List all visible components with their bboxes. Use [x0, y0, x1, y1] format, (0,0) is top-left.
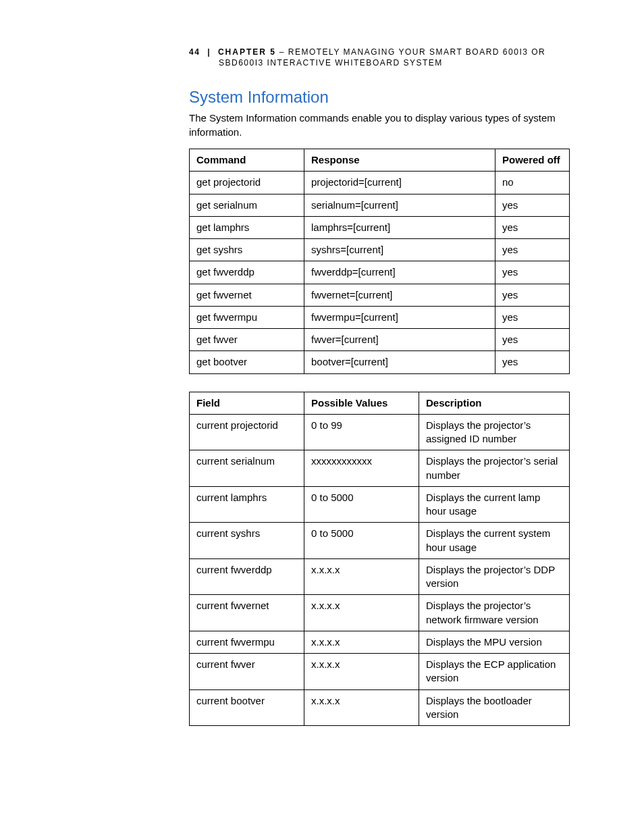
table-cell: 0 to 5000 — [304, 486, 419, 523]
table-cell: current bootver — [190, 689, 304, 726]
table-cell: Displays the current lamp hour usage — [419, 486, 570, 523]
fields-table: Field Possible Values Description curren… — [189, 392, 570, 727]
page-content: 44 | CHAPTER 5 – REMOTELY MANAGING YOUR … — [0, 0, 644, 726]
table-cell: current fwvermpu — [190, 631, 304, 653]
table-cell: x.x.x.x — [304, 595, 419, 631]
table-cell: Displays the MPU version — [419, 631, 570, 653]
table-cell: current fwver — [190, 654, 304, 690]
table-cell: yes — [495, 329, 570, 351]
table-row: get lamphrslamphrs=[current]yes — [190, 216, 570, 238]
col-header-values: Possible Values — [304, 392, 419, 414]
col-header-field: Field — [190, 392, 304, 414]
section-title: System Information — [189, 88, 570, 107]
table-cell: get lamphrs — [190, 216, 304, 238]
table-cell: 0 to 99 — [304, 414, 419, 450]
commands-table: Command Response Powered off get project… — [189, 149, 570, 374]
header-separator: | — [207, 47, 211, 57]
table-cell: syshrs=[current] — [304, 239, 495, 261]
table-cell: Displays the ECP application version — [419, 654, 570, 690]
table-cell: yes — [495, 216, 570, 238]
table-cell: fwvermpu=[current] — [304, 306, 495, 328]
table-row: current bootverx.x.x.xDisplays the bootl… — [190, 689, 570, 726]
table-cell: yes — [495, 261, 570, 284]
table-cell: xxxxxxxxxxxx — [304, 450, 419, 487]
table-cell: projectorid=[current] — [304, 172, 495, 194]
table-cell: current fwvernet — [190, 595, 304, 631]
table-cell: current serialnum — [190, 450, 304, 487]
chapter-label: CHAPTER 5 — [218, 47, 276, 57]
page-number: 44 — [189, 47, 200, 57]
table-row: current lamphrs0 to 5000Displays the cur… — [190, 486, 570, 523]
table-cell: current lamphrs — [190, 486, 304, 523]
table-cell: bootver=[current] — [304, 351, 495, 373]
table-row: current projectorid0 to 99Displays the p… — [190, 414, 570, 450]
table-cell: Displays the projector’s network firmwar… — [419, 595, 570, 631]
table-cell: x.x.x.x — [304, 558, 419, 595]
table-header-row: Field Possible Values Description — [190, 392, 570, 414]
table-cell: Displays the current system hour usage — [419, 523, 570, 559]
col-header-poweredoff: Powered off — [495, 149, 570, 172]
col-header-response: Response — [304, 149, 495, 172]
table-cell: Displays the projector’s assigned ID num… — [419, 414, 570, 450]
table-cell: yes — [495, 284, 570, 306]
col-header-command: Command — [190, 149, 304, 172]
section-intro: The System Information commands enable y… — [189, 111, 570, 139]
table-row: get bootverbootver=[current]yes — [190, 351, 570, 373]
table-cell: get bootver — [190, 351, 304, 373]
table-cell: no — [495, 172, 570, 194]
table-cell: fwver=[current] — [304, 329, 495, 351]
table-row: get fwvermpufwvermpu=[current]yes — [190, 306, 570, 328]
table-row: get fwverddpfwverddp=[current]yes — [190, 261, 570, 284]
table-row: current serialnumxxxxxxxxxxxxDisplays th… — [190, 450, 570, 487]
table-cell: yes — [495, 306, 570, 328]
table-cell: get projectorid — [190, 172, 304, 194]
table-cell: yes — [495, 239, 570, 261]
table-cell: Displays the projector’s DDP version — [419, 558, 570, 595]
table-cell: get fwvermpu — [190, 306, 304, 328]
table-cell: current fwverddp — [190, 558, 304, 595]
table-cell: fwvernet=[current] — [304, 284, 495, 306]
table-cell: yes — [495, 351, 570, 373]
table-header-row: Command Response Powered off — [190, 149, 570, 172]
table-cell: x.x.x.x — [304, 689, 419, 726]
table-cell: 0 to 5000 — [304, 523, 419, 559]
table-cell: get fwvernet — [190, 284, 304, 306]
table-cell: x.x.x.x — [304, 654, 419, 690]
table-cell: serialnum=[current] — [304, 194, 495, 216]
table-cell: Displays the bootloader version — [419, 689, 570, 726]
table-row: current fwvermpux.x.x.xDisplays the MPU … — [190, 631, 570, 653]
table-cell: fwverddp=[current] — [304, 261, 495, 284]
col-header-description: Description — [419, 392, 570, 414]
table-row: current fwverddpx.x.x.xDisplays the proj… — [190, 558, 570, 595]
table-cell: get fwverddp — [190, 261, 304, 284]
table-cell: lamphrs=[current] — [304, 216, 495, 238]
table-row: get serialnumserialnum=[current]yes — [190, 194, 570, 216]
table-cell: yes — [495, 194, 570, 216]
running-header-line2: SBD600I3 INTERACTIVE WHITEBOARD SYSTEM — [219, 58, 570, 68]
table-cell: current projectorid — [190, 414, 304, 450]
table-row: get syshrssyshrs=[current]yes — [190, 239, 570, 261]
table-cell: current syshrs — [190, 523, 304, 559]
header-title-1: REMOTELY MANAGING YOUR SMART BOARD 600I3… — [288, 47, 545, 57]
table-cell: x.x.x.x — [304, 631, 419, 653]
table-row: get fwverfwver=[current]yes — [190, 329, 570, 351]
table-cell: Displays the projector’s serial number — [419, 450, 570, 487]
table-cell: get serialnum — [190, 194, 304, 216]
table-row: current fwvernetx.x.x.xDisplays the proj… — [190, 595, 570, 631]
table-row: current syshrs0 to 5000Displays the curr… — [190, 523, 570, 559]
running-header-line1: 44 | CHAPTER 5 – REMOTELY MANAGING YOUR … — [189, 47, 570, 57]
table-row: get projectoridprojectorid=[current]no — [190, 172, 570, 194]
table-cell: get syshrs — [190, 239, 304, 261]
table-cell: get fwver — [190, 329, 304, 351]
header-dash: – — [276, 47, 288, 57]
table-row: get fwvernetfwvernet=[current]yes — [190, 284, 570, 306]
table-row: current fwverx.x.x.xDisplays the ECP app… — [190, 654, 570, 690]
